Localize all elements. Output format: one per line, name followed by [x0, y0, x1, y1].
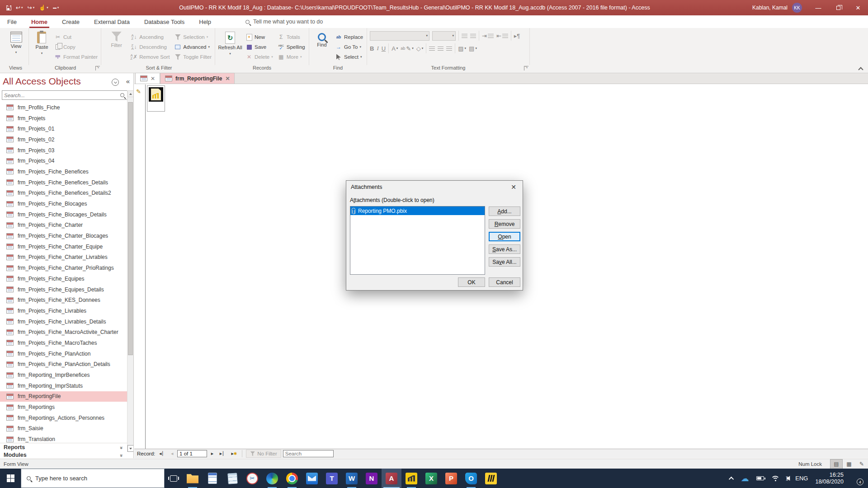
hidden-icons-chevron-icon[interactable]: [729, 476, 734, 481]
refresh-all-button[interactable]: ↻ Refresh All▾: [218, 30, 242, 65]
remove-sort-button[interactable]: AZ✗Remove Sort: [129, 52, 171, 61]
nav-item[interactable]: frm_Projets_02: [0, 134, 127, 145]
volume-icon[interactable]: )): [787, 476, 788, 481]
document-tab-mini[interactable]: ✕: [135, 73, 160, 84]
attachments-list[interactable]: Reporting PMO.pbix: [350, 206, 485, 275]
document-tab-active[interactable]: frm_ReportingFile ✕: [160, 73, 235, 84]
gridlines-button[interactable]: ▨▾: [458, 45, 466, 52]
taskbar-search[interactable]: Type here to search: [21, 469, 165, 488]
record-position[interactable]: 1 of 1: [177, 450, 207, 457]
nav-item[interactable]: frm_Projets_Fiche_Charter_Blocages: [0, 230, 127, 241]
nav-item[interactable]: frm_Projets_Fiche_Benefices: [0, 166, 127, 177]
chevron-expand-icon[interactable]: »: [119, 446, 124, 448]
dialog-button[interactable]: Save As...: [489, 244, 520, 254]
nav-item[interactable]: frm_Projets_Fiche_Equipes: [0, 273, 127, 284]
taskbar-app-wordpad[interactable]: [203, 469, 222, 488]
align-right-button[interactable]: [446, 47, 452, 51]
save-record-button[interactable]: Save: [244, 42, 274, 52]
taskbar-app-snipping-tool[interactable]: ✂: [242, 469, 262, 488]
customize-qat-button[interactable]: ▾: [53, 6, 59, 9]
alternate-row-color-button[interactable]: ▤▾: [469, 45, 477, 52]
next-record-button[interactable]: ►: [209, 451, 216, 456]
new-record-button[interactable]: ✦New: [244, 33, 274, 42]
paste-button[interactable]: Paste▾: [33, 30, 51, 65]
bold-button[interactable]: B: [370, 45, 374, 52]
scroll-down-icon[interactable]: [127, 445, 134, 452]
nav-item[interactable]: frm_Projets_04: [0, 155, 127, 166]
shutter-close-icon[interactable]: «: [126, 77, 130, 85]
selection-button[interactable]: Selection▾: [173, 33, 213, 42]
scrollbar-thumb[interactable]: [128, 102, 133, 355]
align-center-button[interactable]: [438, 47, 443, 51]
copy-button[interactable]: Copy: [53, 42, 99, 52]
nav-item[interactable]: frm_Projets: [0, 113, 127, 124]
redo-button[interactable]: ↪▾: [28, 5, 35, 11]
nav-item[interactable]: frm_Projets_Fiche_Blocages: [0, 198, 127, 209]
nav-item[interactable]: frm_Reportings: [0, 402, 127, 413]
taskbar-app-powerpoint[interactable]: P: [441, 469, 461, 488]
nav-search-input[interactable]: [2, 93, 120, 98]
ribbon-tab[interactable]: Database Tools: [137, 15, 192, 28]
ribbon-tab[interactable]: File: [0, 15, 24, 28]
nav-item[interactable]: frm_Projets_Fiche_PlanAction: [0, 348, 127, 359]
first-record-button[interactable]: ◄▏: [157, 451, 167, 456]
nav-item[interactable]: frm_Translation: [0, 434, 127, 443]
font-name-combo[interactable]: ▾: [370, 31, 429, 41]
numbering-button[interactable]: [470, 34, 476, 38]
nav-item[interactable]: frm_Reporting_ImprBenefices: [0, 370, 127, 380]
minimize-button[interactable]: —: [808, 0, 828, 15]
nav-item[interactable]: frm_Projets_Fiche_Livrables_Details: [0, 316, 127, 327]
taskbar-app-miro[interactable]: [481, 469, 501, 488]
wifi-icon[interactable]: [771, 475, 779, 481]
filter-button[interactable]: Filter: [106, 30, 127, 65]
new-record-button[interactable]: ►✱: [229, 451, 238, 456]
ribbon-tab[interactable]: External Data: [87, 15, 137, 28]
nav-item[interactable]: frm_Reporting_ImprStatuts: [0, 380, 127, 391]
highlight-color-button[interactable]: ab✎▾: [401, 45, 413, 52]
dialog-button[interactable]: Save All...: [489, 257, 520, 267]
taskbar-app-teams[interactable]: T: [322, 469, 342, 488]
last-record-button[interactable]: ►▏: [217, 451, 227, 456]
dialog-button[interactable]: Add...: [489, 206, 520, 216]
text-formatting-dialog-launcher-icon[interactable]: [524, 66, 528, 70]
view-button[interactable]: View▾: [5, 30, 27, 65]
nav-item[interactable]: frm_Projets_Fiche_Charter_Livrables: [0, 252, 127, 263]
taskbar-app-access[interactable]: A: [382, 469, 401, 488]
nav-item[interactable]: frm_Projets_Fiche_Benefices_Details2: [0, 188, 127, 199]
font-size-combo[interactable]: ▾: [432, 31, 456, 41]
attachment-row-selected[interactable]: Reporting PMO.pbix: [350, 206, 485, 215]
ascending-button[interactable]: AZ↓Ascending: [129, 33, 171, 42]
onedrive-icon[interactable]: ☁: [741, 474, 749, 483]
italic-button[interactable]: I: [377, 45, 378, 52]
tell-me-search[interactable]: Tell me what you want to do: [245, 19, 323, 25]
clipboard-dialog-launcher-icon[interactable]: [95, 66, 100, 70]
text-direction-button[interactable]: ▸¶: [514, 33, 520, 39]
font-color-button[interactable]: A▾: [392, 45, 398, 52]
cancel-button[interactable]: Cancel: [489, 277, 520, 287]
ok-button[interactable]: OK: [458, 277, 485, 287]
collapse-ribbon-icon[interactable]: [858, 67, 863, 72]
background-fill-button[interactable]: ◇▾: [416, 45, 424, 52]
taskbar-app-file-explorer[interactable]: [183, 469, 203, 488]
task-view-button[interactable]: [165, 469, 183, 488]
chevron-expand-icon[interactable]: »: [119, 454, 124, 455]
format-painter-button[interactable]: Format Painter: [53, 52, 99, 61]
battery-icon[interactable]: [756, 476, 764, 480]
delete-record-button[interactable]: ✕Delete▾: [244, 52, 274, 61]
nav-item[interactable]: frm_Projets_Fiche_Blocages_Details: [0, 209, 127, 220]
taskbar-app-chrome[interactable]: [282, 469, 302, 488]
totals-button[interactable]: ΣTotals: [276, 33, 307, 42]
nav-section-header[interactable]: Modules »: [0, 451, 127, 458]
nav-item[interactable]: frm_Saisie: [0, 423, 127, 434]
taskbar-app-power-bi[interactable]: [401, 469, 421, 488]
toggle-filter-button[interactable]: Toggle Filter: [173, 52, 213, 61]
avatar[interactable]: KK: [792, 3, 802, 13]
ribbon-tab[interactable]: Home: [24, 15, 55, 28]
find-button[interactable]: Find: [312, 30, 332, 65]
nav-item[interactable]: frm_Projets_Fiche_Charter_PrioRatings: [0, 263, 127, 273]
nav-item[interactable]: frm_Projets_Fiche_Equipes_Details: [0, 284, 127, 295]
nav-item[interactable]: frm_Projets_03: [0, 145, 127, 156]
underline-button[interactable]: U: [382, 45, 386, 52]
close-icon[interactable]: ✕: [151, 75, 155, 82]
touch-mouse-mode-button[interactable]: ☝▾: [39, 5, 48, 11]
